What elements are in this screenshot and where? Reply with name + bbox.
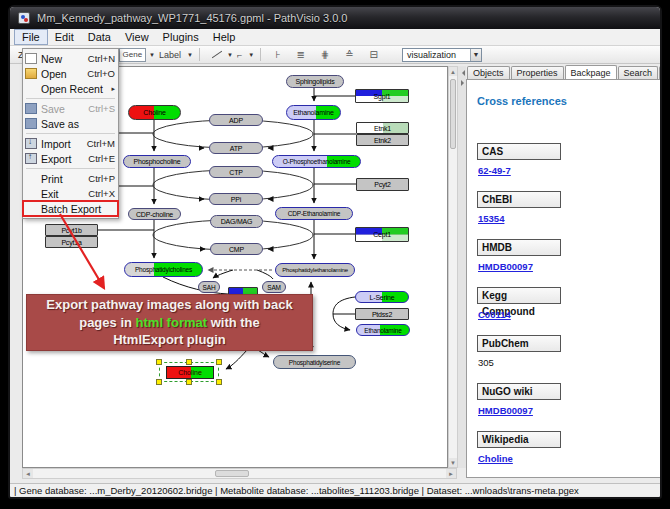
node-etnk1[interactable]: Etnk1 [356, 122, 409, 134]
annotation-highlight: html format [136, 315, 208, 330]
visualization-combobox[interactable]: visualization ▼ [402, 48, 482, 62]
node-atp[interactable]: ATP [209, 142, 263, 154]
menu-help[interactable]: Help [206, 29, 243, 45]
new-label-tool-button[interactable]: Label [156, 48, 184, 62]
resize-handle[interactable] [186, 379, 192, 385]
new-gene-tool-button[interactable]: Gene [119, 48, 147, 62]
menu-item-open[interactable]: OpenCtrl+O [23, 66, 118, 81]
chevron-down-icon[interactable]: ▼ [470, 49, 481, 61]
resize-handle[interactable] [216, 359, 222, 365]
tab-legend[interactable]: Legend [659, 66, 662, 80]
node-phosphatidylserine[interactable]: Phosphatidylserine [273, 355, 356, 369]
connector-tool-button[interactable]: ⌐ [234, 48, 245, 62]
menu-file[interactable]: File [14, 29, 48, 45]
reference-link[interactable]: C00114 [478, 309, 511, 320]
selected-node-frame[interactable]: Choline [159, 362, 219, 382]
node-cept1[interactable]: Cept1 [355, 227, 409, 242]
node-cmp[interactable]: CMP [210, 243, 263, 255]
menu-edit[interactable]: Edit [48, 29, 81, 45]
scroll-right-icon[interactable]: ► [446, 469, 456, 478]
canvas-h-scrollbar[interactable]: ◄ ► [22, 468, 457, 479]
align-horizontal-icon[interactable]: ⊦ [272, 48, 283, 62]
node-pcyt1b[interactable]: Pcyt1b [45, 224, 98, 236]
tab-properties[interactable]: Properties [511, 66, 564, 80]
chevron-down-icon[interactable]: ▼ [227, 52, 233, 58]
node-label: Sphingolipids [295, 78, 334, 85]
tab-search[interactable]: Search [618, 66, 659, 80]
distribute-vertical-icon[interactable]: ⋕ [318, 48, 332, 62]
menu-view[interactable]: View [118, 29, 156, 45]
h-scroll-thumb[interactable] [215, 470, 249, 477]
node-ctp[interactable]: CTP [209, 166, 263, 178]
tab-objects[interactable]: Objects [467, 66, 510, 80]
node-choline[interactable]: Choline [128, 105, 181, 120]
tab-backpage[interactable]: Backpage [565, 65, 617, 79]
common-size-icon[interactable]: ≙ [342, 48, 356, 62]
node-adp[interactable]: ADP [209, 114, 263, 126]
resize-handle[interactable] [216, 379, 222, 385]
node-sphingolipids[interactable]: Sphingolipids [286, 75, 344, 88]
node-sam[interactable]: SAM [262, 281, 286, 293]
scroll-down-icon[interactable]: ▼ [449, 458, 457, 467]
reference-link[interactable]: Choline [478, 453, 513, 464]
file-menu: NewCtrl+NOpenCtrl+OOpen Recent▸SaveCtrl+… [22, 48, 119, 219]
app-window: Mm_Kennedy_pathway_WP1771_45176.gpml - P… [8, 5, 662, 499]
menu-data[interactable]: Data [81, 29, 118, 45]
node-sah[interactable]: SAH [198, 281, 220, 293]
menu-item-batch-export[interactable]: Batch Export [23, 201, 118, 216]
node-pcyt1a[interactable]: Pcyt1a [45, 236, 98, 248]
menu-plugins[interactable]: Plugins [156, 29, 206, 45]
node-cdp-choline[interactable]: CDP-choline [128, 208, 181, 220]
chevron-down-icon[interactable]: ▼ [248, 52, 254, 58]
toolbar-separator [199, 48, 200, 61]
reference-link[interactable]: HMDB00097 [478, 261, 533, 272]
menu-item-new[interactable]: NewCtrl+N [23, 51, 118, 66]
menu-item-save-as[interactable]: Save as [23, 116, 118, 131]
node-ptdss2[interactable]: Ptdss2 [355, 308, 409, 320]
chevron-down-icon[interactable]: ▼ [187, 52, 193, 58]
line-tool-button[interactable] [207, 48, 224, 62]
node-phosphatidylethanolamine[interactable]: Phosphatidylethanolamine [275, 263, 355, 277]
node-label: Cept1 [373, 231, 391, 238]
node-etnk2[interactable]: Etnk2 [356, 134, 409, 146]
node-phosphatidylcholines[interactable]: Phosphatidylcholines [124, 262, 203, 277]
scroll-left-icon[interactable]: ◄ [23, 469, 33, 478]
menu-item-print[interactable]: PrintCtrl+P [23, 171, 118, 186]
titlebar[interactable]: Mm_Kennedy_pathway_WP1771_45176.gpml - P… [10, 7, 660, 29]
menu-item-save[interactable]: SaveCtrl+S [23, 101, 118, 116]
node-choline-selected[interactable]: Choline [166, 366, 214, 379]
resize-handle[interactable] [156, 379, 162, 385]
reference-link[interactable]: HMDB00097 [478, 405, 533, 416]
menu-item-exit[interactable]: ExitCtrl+X [23, 186, 118, 201]
node-o-phosphoethanolamine[interactable]: O-Phosphoethanolamine [272, 155, 361, 168]
node-l-serine[interactable]: L-Serine [355, 291, 409, 303]
distribute-horizontal-icon[interactable]: ≣ [293, 48, 307, 62]
menu-item-export[interactable]: ExportCtrl+E [23, 151, 118, 166]
node-phosphocholine[interactable]: Phosphocholine [123, 155, 191, 168]
node-label: O-Phosphoethanolamine [283, 158, 351, 165]
node-cdp-ethanolamine[interactable]: CDP-Ethanolamine [275, 207, 353, 220]
panel-splitter[interactable] [458, 66, 466, 468]
node-label: SAM [267, 284, 281, 291]
align-bottom-icon[interactable]: ⊟ [367, 48, 381, 62]
v-scroll-thumb[interactable] [450, 79, 456, 149]
scroll-up-icon[interactable]: ▲ [449, 67, 457, 76]
node-pcyt2[interactable]: Pcyt2 [356, 178, 409, 191]
reference-link[interactable]: 15354 [478, 213, 504, 224]
node-ethanolamine[interactable]: Ethanolamine [286, 105, 341, 120]
resize-handle[interactable] [186, 359, 192, 365]
menu-item-open-recent[interactable]: Open Recent▸ [23, 81, 118, 96]
backpage-section: ChEBI 15354 [477, 191, 661, 226]
node-sgpl1[interactable]: Sgpl1 [355, 89, 409, 103]
node-dag-mag[interactable]: DAG/MAG [210, 215, 263, 228]
collapse-left-icon[interactable] [459, 70, 465, 76]
menu-item-import[interactable]: ImportCtrl+M [23, 136, 118, 151]
node-ethanolamine-2[interactable]: Ethanolamine [356, 324, 410, 336]
visualization-value: visualization [403, 50, 470, 60]
node-ppi[interactable]: PPi [209, 193, 263, 205]
reference-link[interactable]: 62-49-7 [478, 165, 511, 176]
canvas-v-scrollbar[interactable]: ▲ ▼ [448, 66, 458, 468]
node-label: Etnk2 [374, 137, 391, 144]
chevron-down-icon[interactable]: ▼ [149, 52, 155, 58]
resize-handle[interactable] [156, 359, 162, 365]
